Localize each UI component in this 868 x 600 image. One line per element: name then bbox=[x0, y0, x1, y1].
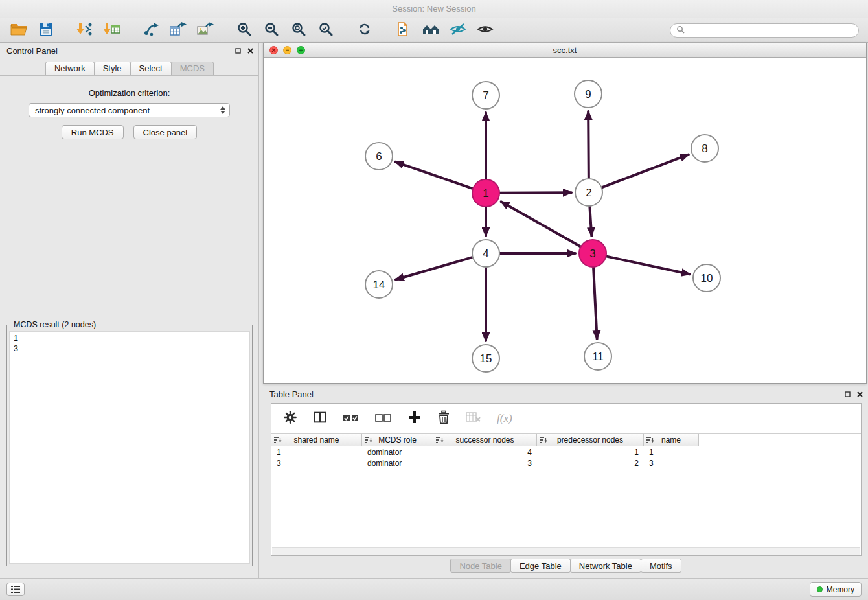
sort-icon bbox=[436, 437, 444, 446]
sort-icon bbox=[646, 437, 654, 446]
network-canvas[interactable]: 7968124314101511 bbox=[264, 58, 866, 383]
eye-slash-icon bbox=[450, 21, 466, 40]
graph-edge[interactable] bbox=[589, 207, 591, 236]
zoom-out-icon bbox=[264, 21, 279, 40]
import-network-icon bbox=[76, 21, 93, 40]
save-session-button[interactable] bbox=[35, 21, 57, 40]
tab-motifs[interactable]: Motifs bbox=[641, 559, 681, 573]
graph-node-label: 14 bbox=[373, 279, 385, 291]
mcds-result-line: 1 bbox=[14, 333, 246, 343]
tab-edge-table[interactable]: Edge Table bbox=[510, 559, 571, 573]
control-panel-tabs: Network Style Select MCDS bbox=[0, 62, 258, 76]
optimization-criterion-value: strongly connected component bbox=[35, 106, 150, 115]
column-header-predecessor-nodes[interactable]: predecessor nodes bbox=[537, 434, 644, 446]
function-builder-icon-disabled: f(x) bbox=[497, 412, 512, 425]
export-table-button[interactable] bbox=[167, 21, 189, 40]
graph-edge[interactable] bbox=[500, 192, 571, 193]
import-table-button[interactable] bbox=[101, 21, 123, 40]
zoom-in-button[interactable] bbox=[233, 21, 255, 40]
show-graphics-details-button[interactable] bbox=[474, 21, 496, 40]
floppy-disk-icon bbox=[39, 22, 53, 39]
horizontal-scrollbar[interactable] bbox=[272, 547, 860, 555]
network-window-titlebar: scc.txt bbox=[264, 43, 866, 58]
cell-successor-nodes[interactable]: 4 bbox=[433, 448, 537, 457]
cell-shared-name[interactable]: 3 bbox=[271, 459, 362, 468]
network-view-window: scc.txt 7968124314101511 bbox=[263, 43, 867, 384]
column-header-successor-nodes[interactable]: successor nodes bbox=[433, 434, 537, 446]
close-panel-icon[interactable] bbox=[247, 46, 253, 56]
zoom-selected-button[interactable] bbox=[315, 21, 337, 40]
graph-node-label: 4 bbox=[483, 248, 488, 260]
document-network-icon bbox=[396, 21, 411, 40]
graph-edge[interactable] bbox=[593, 268, 597, 339]
first-neighbors-button[interactable] bbox=[420, 21, 442, 40]
close-window-button[interactable] bbox=[269, 46, 278, 54]
close-panel-button[interactable]: Close panel bbox=[133, 125, 198, 139]
zoom-fit-button[interactable] bbox=[288, 21, 310, 40]
export-table-icon bbox=[170, 21, 187, 40]
select-all-columns-icon[interactable] bbox=[343, 411, 360, 426]
float-panel-icon[interactable] bbox=[235, 46, 241, 56]
graph-node-label: 9 bbox=[585, 88, 591, 100]
column-header-name[interactable]: name bbox=[644, 434, 699, 446]
table-row[interactable]: 1 dominator 4 1 1 bbox=[271, 446, 861, 457]
open-session-button[interactable] bbox=[8, 21, 30, 40]
graph-edge[interactable] bbox=[602, 155, 689, 188]
minimize-window-button[interactable] bbox=[283, 46, 291, 54]
graph-node-label: 2 bbox=[586, 187, 591, 199]
cell-shared-name[interactable]: 1 bbox=[271, 448, 362, 457]
close-table-panel-icon[interactable] bbox=[857, 389, 863, 399]
table-settings-gear-icon[interactable] bbox=[283, 410, 297, 427]
table-row[interactable]: 3 dominator 3 2 3 bbox=[271, 457, 861, 468]
export-image-button[interactable] bbox=[194, 21, 216, 40]
cell-predecessor-nodes[interactable]: 2 bbox=[537, 459, 644, 468]
graph-edge[interactable] bbox=[396, 162, 473, 189]
log-console-button[interactable] bbox=[6, 583, 25, 596]
add-column-icon[interactable] bbox=[407, 410, 422, 427]
memory-button[interactable]: Memory bbox=[810, 582, 862, 597]
hide-graphics-details-button[interactable] bbox=[447, 21, 469, 40]
column-header-shared-name[interactable]: shared name bbox=[271, 434, 362, 446]
table-panel-header: Table Panel bbox=[263, 386, 868, 402]
tab-select[interactable]: Select bbox=[130, 62, 172, 75]
show-columns-icon[interactable] bbox=[313, 410, 327, 427]
export-network-button[interactable] bbox=[140, 21, 162, 40]
network-graph[interactable]: 7968124314101511 bbox=[264, 58, 866, 383]
toolbar-search-field[interactable] bbox=[670, 23, 859, 38]
float-table-panel-icon[interactable] bbox=[845, 389, 851, 399]
zoom-out-button[interactable] bbox=[260, 21, 282, 40]
tab-network-table[interactable]: Network Table bbox=[570, 559, 641, 573]
cell-name[interactable]: 3 bbox=[644, 459, 699, 468]
refresh-view-button[interactable] bbox=[354, 21, 376, 40]
graph-edge[interactable] bbox=[607, 257, 690, 275]
column-header-mcds-role[interactable]: MCDS role bbox=[362, 434, 433, 446]
clone-network-button[interactable] bbox=[393, 21, 415, 40]
tab-node-table[interactable]: Node Table bbox=[450, 559, 511, 573]
delete-column-trash-icon[interactable] bbox=[437, 410, 450, 427]
cell-successor-nodes[interactable]: 3 bbox=[433, 459, 537, 468]
optimization-criterion-select[interactable]: strongly connected component bbox=[29, 103, 230, 117]
import-network-button[interactable] bbox=[74, 21, 96, 40]
houses-icon bbox=[422, 21, 440, 40]
graph-node-label: 7 bbox=[483, 89, 488, 102]
table-panel-title: Table Panel bbox=[269, 389, 314, 399]
search-input[interactable] bbox=[689, 25, 852, 35]
tab-mcds[interactable]: MCDS bbox=[171, 62, 214, 75]
maximize-window-button[interactable] bbox=[297, 46, 305, 54]
graph-edge[interactable] bbox=[588, 111, 589, 178]
cell-name[interactable]: 1 bbox=[644, 448, 699, 457]
graph-edge[interactable] bbox=[396, 257, 472, 279]
cell-predecessor-nodes[interactable]: 1 bbox=[537, 448, 644, 457]
tab-network[interactable]: Network bbox=[45, 62, 95, 75]
run-mcds-button[interactable]: Run MCDS bbox=[62, 125, 124, 139]
control-panel-title: Control Panel bbox=[6, 46, 58, 56]
sort-icon bbox=[540, 437, 547, 446]
cell-mcds-role[interactable]: dominator bbox=[362, 459, 433, 468]
zoom-selected-icon bbox=[318, 21, 334, 40]
refresh-icon bbox=[357, 21, 372, 40]
deselect-all-columns-icon[interactable] bbox=[375, 411, 392, 426]
graph-edge[interactable] bbox=[501, 202, 580, 246]
mcds-result-list[interactable]: 1 3 bbox=[9, 331, 250, 564]
cell-mcds-role[interactable]: dominator bbox=[362, 448, 433, 457]
tab-style[interactable]: Style bbox=[94, 62, 131, 75]
